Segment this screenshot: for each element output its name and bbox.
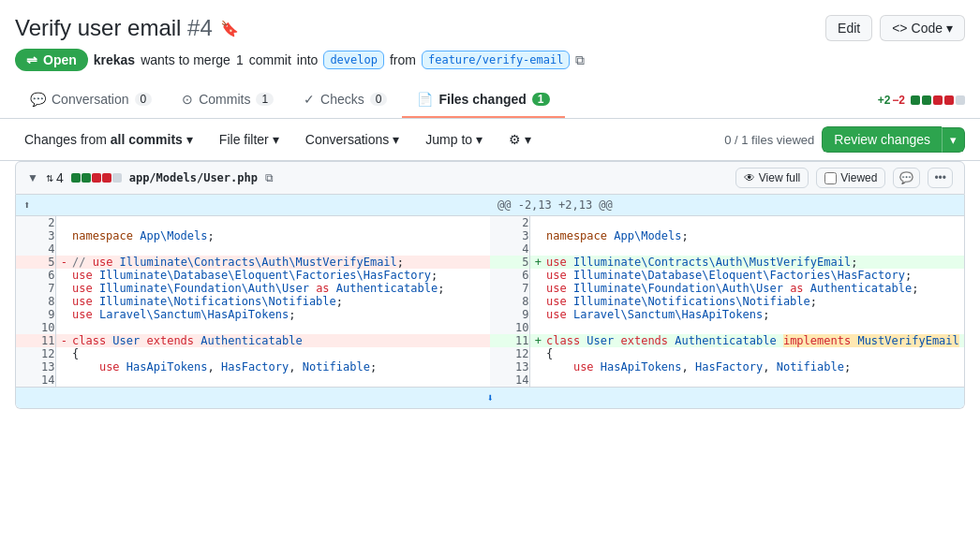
left-sign-12 [55,347,72,360]
left-line-num-14: 14 [16,374,55,388]
left-sign-5: - [55,256,72,269]
right-sign-5: + [529,256,546,269]
code-label: Code [912,21,943,36]
left-line-num-11: 11 [16,334,55,347]
left-code-3: namespace App\Models; [72,229,490,242]
right-code-12: { [546,347,964,360]
left-line-num-4: 4 [16,242,55,256]
edit-button[interactable]: Edit [825,15,872,41]
left-line-num-9: 9 [16,308,55,321]
viewed-checkbox[interactable]: Viewed [816,168,885,188]
tab-checks-label: Checks [320,92,364,107]
sq4 [944,95,954,105]
tab-checks[interactable]: ✓ Checks 0 [289,82,402,118]
tab-files-count: 1 [532,93,550,106]
into-word: into [297,52,319,67]
right-code-14 [546,374,964,388]
merge-icon: ⇌ [26,52,37,67]
sq2 [922,95,931,105]
left-line-num-6: 6 [16,269,55,282]
chevron-down-icon-settings: ▾ [525,132,531,147]
file-header-left: ▼ ⇅ 4 app/Models/User.php ⧉ [27,170,274,185]
left-line-num-12: 12 [16,347,55,360]
conversations-label: Conversations [305,132,390,147]
diff-line-6: 6 use Illuminate\Database\Eloquent\Facto… [16,269,964,282]
merge-info-text: wants to merge [141,52,230,67]
right-sign-10 [529,321,546,334]
copy-branch-icon[interactable]: ⧉ [575,52,585,68]
right-sign-4 [529,242,546,256]
right-line-num-12: 12 [490,347,529,360]
code-button[interactable]: <> Code ▾ [880,15,965,41]
right-code-5: use Illuminate\Contracts\Auth\MustVerify… [546,256,964,269]
right-code-11: class User extends Authenticatable imple… [546,334,964,347]
conversations-button[interactable]: Conversations ▾ [296,128,409,151]
tab-commits[interactable]: ⊙ Commits 1 [167,82,289,118]
right-sign-2 [529,216,546,230]
left-code-13: use HasApiTokens, HasFactory, Notifiable… [72,360,490,374]
right-line-num-4: 4 [490,242,529,256]
diff-line-4: 4 4 [16,242,964,256]
chevron-down-icon-conv: ▾ [393,132,399,147]
commit-count: 1 [236,52,244,67]
changes-from-text: Changes from all commits [24,132,183,147]
changes-from-button[interactable]: Changes from all commits ▾ [15,128,202,151]
right-line-num-8: 8 [490,295,529,308]
files-icon: 📄 [417,92,433,107]
collapse-button[interactable]: ▼ [27,171,38,184]
left-line-num-3: 3 [16,229,55,242]
jump-to-button[interactable]: Jump to ▾ [416,128,492,151]
commits-icon: ⊙ [182,92,193,107]
left-line-num-2: 2 [16,216,55,230]
file-filter-button[interactable]: File filter ▾ [210,128,289,151]
settings-button[interactable]: ⚙ ▾ [499,128,541,151]
bookmark-icon[interactable]: 🔖 [220,20,239,37]
open-label: Open [43,52,77,67]
left-line-num-5: 5 [16,256,55,269]
view-full-button[interactable]: 👁 View full [735,168,809,188]
pr-meta: ⇌ Open krekas wants to merge 1 commit in… [0,49,980,82]
diff-line-8: 8 use Illuminate\Notifications\Notifiabl… [16,295,964,308]
left-sign-8 [55,295,72,308]
right-line-num-11: 11 [490,334,529,347]
review-changes-button[interactable]: Review changes [822,126,942,153]
pr-title-area: Verify user email #4 🔖 [15,15,239,41]
tab-commits-label: Commits [199,92,250,107]
right-sign-8 [529,295,546,308]
right-code-7: use Illuminate\Foundation\Auth\User as A… [546,282,964,295]
more-options-button[interactable]: ••• [928,168,953,188]
sq1 [911,95,920,105]
file-sq4 [102,173,111,183]
review-dropdown-button[interactable]: ▾ [942,127,965,153]
left-sign-14 [55,374,72,388]
viewed-label: Viewed [840,171,877,184]
left-code-7: use Illuminate\Foundation\Auth\User as A… [72,282,490,295]
left-sign-2 [55,216,72,230]
tab-conversation[interactable]: 💬 Conversation 0 [15,82,167,118]
author-name[interactable]: krekas [94,52,135,67]
tab-files-changed[interactable]: 📄 Files changed 1 [402,82,564,118]
chevron-down-icon-review: ▾ [950,133,957,147]
additions: +2 [878,94,891,107]
viewed-input[interactable] [824,172,837,184]
expand-bottom-row[interactable]: ⬇ [16,388,964,409]
right-code-13: use HasApiTokens, HasFactory, Notifiable… [546,360,964,374]
eye-icon: 👁 [744,171,755,184]
diff-line-14: 14 14 [16,374,964,388]
chevron-down-icon-file: ▾ [273,132,279,147]
right-sign-7 [529,282,546,295]
copy-path-button[interactable]: ⧉ [265,171,274,184]
expand-hunk-left[interactable]: ⬆ [23,198,30,212]
comment-button[interactable]: 💬 [893,168,920,188]
right-sign-11: + [529,334,546,347]
deletions: −2 [892,94,905,107]
target-branch[interactable]: develop [323,51,384,69]
view-full-label: View full [759,171,800,184]
left-line-num-10: 10 [16,321,55,334]
tab-checks-count: 0 [370,93,388,106]
tab-commits-count: 1 [256,93,274,106]
source-branch[interactable]: feature/verify-email [422,51,571,69]
left-code-6: use Illuminate\Database\Eloquent\Factori… [72,269,490,282]
file-sq1 [71,173,81,183]
right-code-9: use Laravel\Sanctum\HasApiTokens; [546,308,964,321]
